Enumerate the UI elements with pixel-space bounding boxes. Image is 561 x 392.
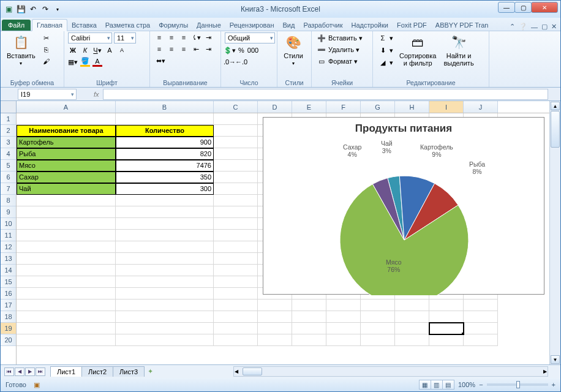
sheet-nav-next[interactable]: ▶ <box>25 368 35 376</box>
autosum-button[interactable]: Σ▾ <box>377 32 394 43</box>
italic-button[interactable]: К <box>80 45 90 55</box>
redo-icon[interactable]: ↷ <box>40 4 51 15</box>
formula-input[interactable] <box>103 89 548 100</box>
cell[interactable] <box>292 311 326 323</box>
col-header-H[interactable]: H <box>395 101 429 113</box>
cell[interactable] <box>214 113 258 125</box>
sheet-tab-2[interactable]: Лист2 <box>81 366 113 377</box>
vertical-scrollbar[interactable]: ▲ ▼ <box>549 101 560 364</box>
cell[interactable] <box>429 334 464 346</box>
cell[interactable] <box>17 206 116 218</box>
cell[interactable] <box>17 323 116 334</box>
cell[interactable] <box>214 276 258 288</box>
cell[interactable] <box>326 311 361 323</box>
tab-formulas[interactable]: Формулы <box>154 20 192 31</box>
cell[interactable]: 900 <box>116 137 214 148</box>
tab-view[interactable]: Вид <box>279 20 299 31</box>
embedded-chart[interactable]: Продукты питанияСахар4%Чай3%Картофель9%Р… <box>263 117 544 295</box>
font-color-button[interactable]: A <box>92 57 102 67</box>
cell[interactable]: 300 <box>116 183 214 195</box>
col-header-F[interactable]: F <box>326 101 361 113</box>
cell[interactable]: Количество <box>116 125 214 137</box>
pagebreak-view-button[interactable]: ▤ <box>442 380 454 390</box>
delete-cells-button[interactable]: ➖Удалить ▾ <box>315 44 361 55</box>
row-header-3[interactable]: 3 <box>1 137 16 148</box>
cell[interactable] <box>116 253 214 265</box>
fill-color-button[interactable]: 🪣 <box>80 57 90 67</box>
align-right-button[interactable]: ≡ <box>178 44 189 54</box>
decrease-decimal-button[interactable]: ←.0 <box>236 57 246 67</box>
cell[interactable] <box>116 206 214 218</box>
align-center-button[interactable]: ≡ <box>166 44 177 54</box>
normal-view-button[interactable]: ▦ <box>419 380 431 390</box>
cell[interactable] <box>464 311 498 323</box>
cell[interactable] <box>258 323 292 334</box>
doc-minimize-icon[interactable]: — <box>531 23 538 31</box>
tab-home[interactable]: Главная <box>32 19 67 31</box>
zoom-out-button[interactable]: − <box>479 381 483 388</box>
cell[interactable] <box>395 300 429 311</box>
cell[interactable] <box>258 300 292 311</box>
cell[interactable] <box>214 148 258 160</box>
cell[interactable] <box>214 265 258 276</box>
cell[interactable] <box>214 253 258 265</box>
row-header-16[interactable]: 16 <box>1 288 16 300</box>
row-header-20[interactable]: 20 <box>1 334 16 346</box>
tab-data[interactable]: Данные <box>192 20 225 31</box>
column-headers[interactable]: ABCDEFGHIJ <box>17 101 549 113</box>
row-header-5[interactable]: 5 <box>1 160 16 172</box>
row-header-8[interactable]: 8 <box>1 195 16 206</box>
help-icon[interactable]: ❔ <box>519 23 527 31</box>
cell[interactable] <box>116 230 214 241</box>
row-header-12[interactable]: 12 <box>1 241 16 253</box>
cell[interactable]: Наименование товара <box>17 125 116 137</box>
cell[interactable] <box>326 323 361 334</box>
scroll-thumb[interactable] <box>551 111 560 148</box>
font-name-combo[interactable]: Calibri <box>68 32 112 43</box>
cell[interactable] <box>214 160 258 172</box>
col-header-B[interactable]: B <box>116 101 214 113</box>
pagelayout-view-button[interactable]: ▥ <box>431 380 443 390</box>
col-header-G[interactable]: G <box>361 101 395 113</box>
cell[interactable] <box>214 300 258 311</box>
cell[interactable] <box>361 311 395 323</box>
cell[interactable] <box>429 311 464 323</box>
col-header-J[interactable]: J <box>464 101 498 113</box>
row-header-19[interactable]: 19 <box>1 323 16 334</box>
percent-button[interactable]: % <box>236 45 246 55</box>
cell[interactable] <box>214 172 258 183</box>
cell[interactable] <box>214 241 258 253</box>
number-format-combo[interactable]: Общий <box>225 32 275 43</box>
cell[interactable] <box>464 300 498 311</box>
cell[interactable]: 350 <box>116 172 214 183</box>
cut-button[interactable]: ✂ <box>40 32 53 43</box>
font-size-combo[interactable]: 11 <box>114 32 136 43</box>
cell[interactable] <box>116 113 214 125</box>
cell[interactable] <box>395 311 429 323</box>
sheet-nav-first[interactable]: ⏮ <box>4 368 14 376</box>
cell[interactable] <box>214 334 258 346</box>
tab-insert[interactable]: Вставка <box>67 20 101 31</box>
cell[interactable] <box>214 137 258 148</box>
wraptext-button[interactable]: ⇥ <box>203 32 214 42</box>
cell[interactable] <box>214 323 258 334</box>
sheet-nav-last[interactable]: ⏭ <box>36 368 45 376</box>
decrease-indent-button[interactable]: ⇤ <box>190 44 201 54</box>
tab-developer[interactable]: Разработчик <box>299 20 347 31</box>
cell[interactable] <box>258 311 292 323</box>
cell[interactable] <box>214 183 258 195</box>
cell[interactable] <box>17 265 116 276</box>
cell[interactable] <box>429 300 464 311</box>
row-header-2[interactable]: 2 <box>1 125 16 137</box>
cell[interactable] <box>116 218 214 230</box>
cell[interactable] <box>326 334 361 346</box>
cell[interactable] <box>116 300 214 311</box>
cell[interactable] <box>361 300 395 311</box>
cell[interactable] <box>214 288 258 300</box>
cell[interactable] <box>464 334 498 346</box>
cell[interactable] <box>292 300 326 311</box>
insert-cells-button[interactable]: ➕Вставить ▾ <box>315 32 364 43</box>
sort-filter-button[interactable]: 🗃 Сортировка и фильтр <box>397 32 439 68</box>
tab-abbyy[interactable]: ABBYY PDF Tran <box>431 20 493 31</box>
row-header-10[interactable]: 10 <box>1 218 16 230</box>
